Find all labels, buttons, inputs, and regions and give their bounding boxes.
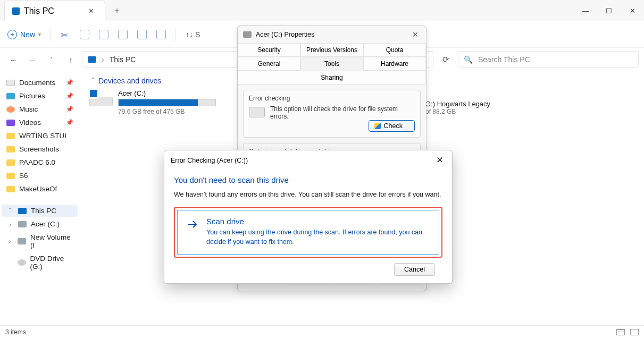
close-icon[interactable]: ✕ — [410, 30, 421, 39]
drive-card-c[interactable]: Acer (C:) 79.6 GB free of 475 GB — [89, 89, 228, 115]
back-button[interactable]: ← — [5, 55, 21, 64]
up-button[interactable]: ↑ — [63, 55, 79, 64]
new-tab-button[interactable]: ＋ — [110, 5, 124, 16]
folder-icon — [6, 133, 15, 139]
sidebar-item-dvd[interactable]: DVD Drive (G:) — [2, 252, 78, 273]
tab-security[interactable]: Security — [238, 43, 300, 57]
recent-button[interactable]: ˅ — [44, 56, 60, 63]
sidebar-item-paadc[interactable]: PAADC 6.0 — [2, 156, 78, 168]
search-box[interactable]: 🔍 Search This PC — [458, 51, 639, 68]
new-label: New — [20, 30, 35, 39]
maximize-button[interactable]: ☐ — [597, 0, 621, 21]
tab-sharing[interactable]: Sharing — [238, 71, 426, 84]
tab-quota[interactable]: Quota — [363, 43, 426, 57]
sidebar-item-music[interactable]: Music📌 — [2, 103, 78, 115]
paste-icon[interactable] — [99, 30, 108, 39]
close-tab-icon[interactable]: ✕ — [85, 6, 97, 16]
group-desc: This option will check the drive for fil… — [270, 105, 415, 120]
sidebar-item-documents[interactable]: Documents📌 — [2, 77, 78, 89]
status-bar: 3 items — [0, 325, 644, 338]
scan-desc: You can keep using the drive during the … — [206, 228, 430, 247]
status-text: 3 items — [5, 328, 26, 336]
drive-free: 79.6 GB free of 475 GB — [118, 108, 228, 115]
chevron-right-icon: › — [6, 221, 14, 227]
drive-icon — [243, 31, 252, 38]
sidebar-item-pictures[interactable]: Pictures📌 — [2, 90, 78, 102]
folder-icon — [6, 159, 15, 166]
sidebar-item-drive-c[interactable]: ›Acer (C:) — [2, 218, 78, 230]
share-icon[interactable] — [137, 30, 147, 39]
close-window-button[interactable]: ✕ — [621, 0, 644, 21]
scan-option-highlight: Scan drive You can keep using the drive … — [174, 207, 442, 258]
drive-icon — [18, 221, 27, 227]
tab-previous-versions[interactable]: Previous Versions — [300, 43, 363, 57]
chevron-right-icon: › — [102, 55, 104, 64]
forward-button[interactable]: → — [24, 55, 40, 64]
plus-icon: + — [7, 30, 17, 39]
chevron-down-icon: ▾ — [38, 31, 41, 37]
divider — [175, 28, 176, 41]
sidebar-item-makeuseof[interactable]: MakeUseOf — [2, 183, 78, 195]
this-pc-icon — [12, 7, 20, 15]
dialog-subtext: We haven't found any errors on this driv… — [174, 191, 442, 198]
sidebar-item-s6[interactable]: S6 — [2, 170, 78, 182]
tab-strip: Security Previous Versions Quota General… — [238, 43, 426, 84]
sidebar-item-screenshots[interactable]: Screenshots — [2, 143, 78, 155]
arrow-right-icon — [186, 218, 199, 231]
cancel-button[interactable]: Cancel — [394, 263, 435, 276]
group-label: Error checking — [249, 95, 415, 102]
shield-icon — [374, 123, 381, 129]
search-placeholder: Search This PC — [478, 55, 530, 64]
refresh-button[interactable]: ⟳ — [437, 55, 455, 64]
new-button[interactable]: + New ▾ — [7, 30, 41, 39]
group-label: Devices and drives — [98, 77, 161, 85]
window-tab[interactable]: This PC ✕ — [4, 0, 105, 21]
drive-meta: of 88.2 GB — [425, 108, 490, 115]
pin-icon: 📌 — [66, 119, 73, 126]
copy-icon[interactable] — [80, 30, 89, 39]
rename-icon[interactable] — [118, 30, 128, 39]
sidebar-item-wrting[interactable]: WRTING STUI — [2, 130, 78, 142]
this-pc-icon — [88, 56, 96, 63]
tab-general[interactable]: General — [238, 57, 300, 71]
chevron-down-icon: ˅ — [6, 207, 14, 214]
pin-icon: 📌 — [66, 92, 73, 99]
details-view-icon[interactable] — [616, 329, 625, 335]
scan-title: Scan drive — [206, 217, 430, 226]
folder-icon — [6, 173, 15, 179]
tab-tools[interactable]: Tools — [300, 57, 363, 71]
close-icon[interactable]: ✕ — [434, 155, 446, 166]
error-checking-dialog: Error Checking (Acer (C:)) ✕ You don't n… — [164, 150, 453, 284]
drive-name: G:) Hogwarts Legacy — [425, 100, 490, 108]
dialog-title: Error Checking (Acer (C:)) — [171, 157, 248, 164]
drive-card-g[interactable]: G:) Hogwarts Legacy of 88.2 GB — [425, 100, 490, 115]
search-icon: 🔍 — [464, 55, 473, 64]
check-button[interactable]: Check — [369, 120, 415, 132]
this-pc-icon — [18, 208, 27, 214]
error-checking-group: Error checking This option will check th… — [243, 90, 421, 138]
dialog-heading: You don't need to scan this drive — [174, 175, 442, 184]
folder-icon — [6, 146, 15, 153]
sort-button[interactable]: ↑↓ S — [186, 30, 200, 39]
delete-icon[interactable] — [156, 30, 166, 39]
videos-icon — [6, 120, 15, 126]
drive-icon — [18, 238, 26, 244]
folder-icon — [6, 186, 15, 192]
sidebar-item-drive-i[interactable]: ›New Volume (I — [2, 231, 78, 251]
hdd-icon — [249, 107, 265, 117]
minimize-button[interactable]: — — [574, 0, 597, 21]
drive-name: Acer (C:) — [118, 89, 216, 97]
address-text: This PC — [110, 55, 136, 64]
pictures-icon — [6, 93, 15, 99]
sidebar-item-thispc[interactable]: ˅This PC — [2, 205, 78, 217]
tab-hardware[interactable]: Hardware — [363, 57, 426, 71]
titlebar: This PC ✕ ＋ — ☐ ✕ — [0, 0, 644, 21]
sidebar-item-videos[interactable]: Videos📌 — [2, 116, 78, 129]
scan-drive-option[interactable]: Scan drive You can keep using the drive … — [177, 210, 439, 255]
window-controls: — ☐ ✕ — [574, 0, 644, 21]
disc-icon — [18, 259, 26, 266]
divider — [51, 28, 51, 41]
large-icons-view-icon[interactable] — [630, 329, 639, 335]
usage-bar — [118, 99, 216, 106]
cut-icon[interactable]: ✂ — [61, 30, 70, 39]
